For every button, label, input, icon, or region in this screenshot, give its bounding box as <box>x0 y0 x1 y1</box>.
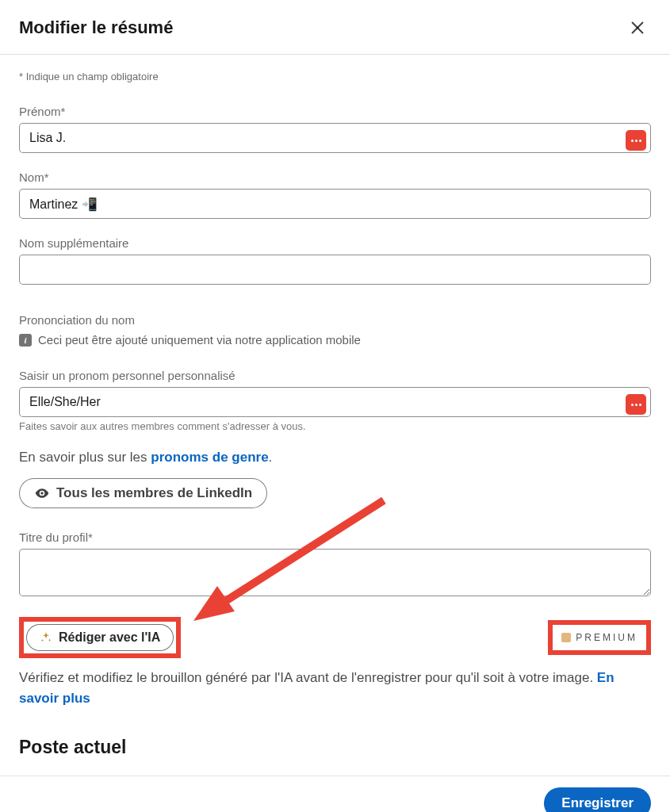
eye-icon <box>34 485 50 501</box>
headline-input[interactable] <box>19 549 651 596</box>
pronoun-label: Saisir un pronom personnel personnalisé <box>19 369 651 382</box>
pronoun-learn-suffix: . <box>269 450 273 465</box>
pronoun-helper-text: Faites savoir aux autres membres comment… <box>19 420 651 432</box>
pronunciation-label: Prononciation du nom <box>19 313 651 327</box>
annotation-highlight-right: PREMIUM <box>548 620 651 655</box>
first-name-label: Prénom* <box>19 105 651 118</box>
headline-label: Titre du profil* <box>19 530 651 544</box>
info-icon: i <box>19 334 32 347</box>
gender-pronoun-link[interactable]: pronoms de genre <box>151 450 268 465</box>
last-name-label: Nom* <box>19 170 651 184</box>
write-with-ai-label: Rédiger avec l'IA <box>59 630 160 645</box>
pronoun-learn-more-row: En savoir plus sur les pronoms de genre. <box>19 450 651 465</box>
visibility-button[interactable]: Tous les membres de LinkedIn <box>19 478 267 508</box>
required-field-note: * Indique un champ obligatoire <box>19 71 651 82</box>
premium-badge: PREMIUM <box>555 627 644 648</box>
premium-icon <box>561 633 571 642</box>
write-with-ai-button[interactable]: Rédiger avec l'IA <box>26 624 174 651</box>
additional-name-input[interactable] <box>19 255 651 285</box>
annotation-highlight-left: Rédiger avec l'IA <box>19 617 181 658</box>
ai-description-text: Vérifiez et modifiez le brouillon généré… <box>19 670 597 685</box>
visibility-label: Tous les membres de LinkedIn <box>56 485 252 501</box>
close-button[interactable] <box>624 14 651 41</box>
premium-text: PREMIUM <box>576 632 637 643</box>
pronoun-learn-prefix: En savoir plus sur les <box>19 450 151 465</box>
modal-title: Modifier le résumé <box>19 17 173 38</box>
save-button[interactable]: Enregistrer <box>544 787 651 812</box>
additional-name-label: Nom supplémentaire <box>19 236 651 250</box>
current-position-heading: Poste actuel <box>19 737 651 758</box>
last-name-input[interactable] <box>19 189 651 219</box>
pronoun-input[interactable] <box>19 387 651 417</box>
ai-description: Vérifiez et modifiez le brouillon généré… <box>19 668 651 708</box>
close-icon <box>629 19 646 36</box>
first-name-input[interactable] <box>19 123 651 153</box>
pronunciation-info-text: Ceci peut être ajouté uniquement via not… <box>38 333 361 347</box>
sparkle-icon <box>40 631 52 644</box>
